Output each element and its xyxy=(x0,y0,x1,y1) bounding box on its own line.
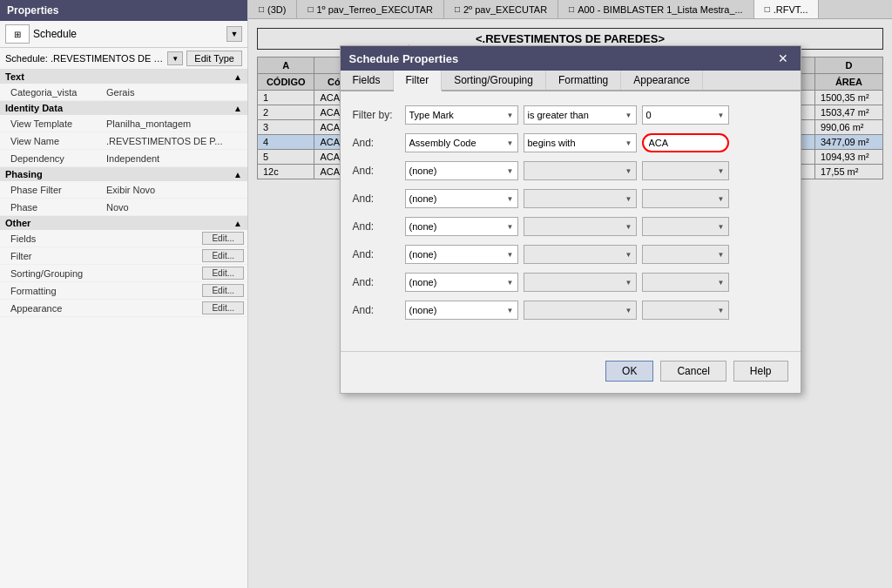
filter-field-arrow-6: ▼ xyxy=(507,251,514,259)
filter-field-select-7[interactable]: (none) ▼ xyxy=(405,273,518,292)
tab-1pav-icon: □ xyxy=(307,4,313,14)
tab-a00-icon: □ xyxy=(569,4,574,14)
edit-type-button[interactable]: Edit Type xyxy=(186,51,242,66)
type-dropdown-button[interactable]: ▼ xyxy=(226,26,242,42)
formatting-edit-row: Formatting Edit... xyxy=(0,282,247,300)
filter-by-label: Filter by: xyxy=(353,109,405,121)
dialog-tab-fields[interactable]: Fields xyxy=(341,71,394,90)
dialog-title-text: Schedule Properties xyxy=(349,52,459,65)
filter-and-label-3: And: xyxy=(353,165,405,177)
filter-and-label-2: And: xyxy=(353,137,405,149)
filter-field-arrow-3: ▼ xyxy=(507,167,514,175)
phase-filter-value: Exibir Novo xyxy=(106,185,242,195)
filter-field-select-6[interactable]: (none) ▼ xyxy=(405,245,518,264)
dialog-close-button[interactable]: ✕ xyxy=(774,51,792,65)
fields-edit-button[interactable]: Edit... xyxy=(202,232,244,245)
filter-field-value-2: Assembly Code xyxy=(409,138,503,148)
tab-1pav[interactable]: □ 1º pav_Terreo_EXECUTAR xyxy=(297,0,443,18)
filter-value-arrow-4: ▼ xyxy=(718,195,725,203)
filter-field-arrow-5: ▼ xyxy=(507,223,514,231)
filter-condition-disabled-4: ▼ xyxy=(524,189,637,208)
filter-condition-select-2[interactable]: begins with ▼ xyxy=(524,133,637,152)
appearance-label: Appearance xyxy=(3,303,99,314)
filter-value-disabled-4: ▼ xyxy=(642,189,729,208)
filter-label: Filter xyxy=(3,251,99,261)
filter-row-8: And: (none) ▼ ▼ ▼ xyxy=(353,301,788,320)
filter-condition-disabled-3: ▼ xyxy=(524,161,637,180)
view-name-row: View Name .REVESTIMENTOS DE P... xyxy=(0,132,247,150)
dialog-title-bar: Schedule Properties ✕ xyxy=(341,46,801,71)
tab-a00[interactable]: □ A00 - BIMBLASTER 1_Lista Mestra_... xyxy=(558,0,754,18)
schedule-area: <.REVESTIMENTOS DE PAREDES> A B C D xyxy=(248,19,892,588)
filter-and-label-6: And: xyxy=(353,248,405,260)
filter-field-arrow-7: ▼ xyxy=(507,279,514,287)
sorting-label: Sorting/Grouping xyxy=(3,268,99,279)
filter-condition-arrow-2: ▼ xyxy=(625,139,632,147)
view-template-row: View Template Planilha_montagem xyxy=(0,115,247,132)
filter-row-3: And: (none) ▼ ▼ ▼ xyxy=(353,161,788,180)
filter-condition-select-1[interactable]: is greater than ▼ xyxy=(524,105,637,125)
filter-edit-button[interactable]: Edit... xyxy=(202,249,244,262)
filter-row-2: And: Assembly Code ▼ begins with ▼ xyxy=(353,133,788,152)
phase-filter-label: Phase Filter xyxy=(10,185,106,195)
filter-field-select-5[interactable]: (none) ▼ xyxy=(405,217,518,236)
filter-value-disabled-7: ▼ xyxy=(642,273,729,292)
filter-condition-arrow-7: ▼ xyxy=(625,279,632,287)
filter-field-select-3[interactable]: (none) ▼ xyxy=(405,161,518,180)
filter-value-disabled-3: ▼ xyxy=(642,161,729,180)
filter-field-arrow-8: ▼ xyxy=(507,307,514,314)
dialog-tab-sorting[interactable]: Sorting/Grouping xyxy=(442,71,546,90)
help-button[interactable]: Help xyxy=(733,361,788,382)
appearance-edit-button[interactable]: Edit... xyxy=(202,301,244,314)
tab-rfv[interactable]: □ .RFVT... xyxy=(754,0,820,18)
dialog-tab-filter[interactable]: Filter xyxy=(394,71,443,91)
filter-field-arrow-4: ▼ xyxy=(507,195,514,203)
filter-value-arrow-8: ▼ xyxy=(718,307,725,314)
view-name-value: .REVESTIMENTOS DE P... xyxy=(106,136,242,146)
filter-row-1: Filter by: Type Mark ▼ is greater than ▼… xyxy=(353,105,788,125)
filter-and-label-4: And: xyxy=(353,193,405,205)
schedule-name-row: Schedule: .REVESTIMENTOS DE PAF... ▼ Edi… xyxy=(0,48,247,70)
ok-button[interactable]: OK xyxy=(605,361,653,382)
tab-3d[interactable]: □ (3D) xyxy=(248,0,297,18)
dialog-tab-formatting[interactable]: Formatting xyxy=(546,71,621,90)
filter-field-select-2[interactable]: Assembly Code ▼ xyxy=(405,133,518,152)
schedule-dropdown-button[interactable]: ▼ xyxy=(167,51,183,65)
identity-section-header[interactable]: Identity Data ▲ xyxy=(0,101,247,115)
schedule-name: Schedule: .REVESTIMENTOS DE PAF... xyxy=(5,53,167,64)
dialog-tab-appearance[interactable]: Appearance xyxy=(621,71,703,90)
filter-field-select-1[interactable]: Type Mark ▼ xyxy=(405,105,518,125)
filter-value-input-aca[interactable] xyxy=(642,133,729,152)
tab-bar: □ (3D) □ 1º pav_Terreo_EXECUTAR □ 2º pav… xyxy=(248,0,892,19)
filter-value-arrow-5: ▼ xyxy=(718,223,725,231)
dependency-label: Dependency xyxy=(10,153,106,164)
phase-label: Phase xyxy=(10,202,106,213)
formatting-edit-button[interactable]: Edit... xyxy=(202,284,244,297)
filter-field-select-8[interactable]: (none) ▼ xyxy=(405,301,518,320)
phasing-section-header[interactable]: Phasing ▲ xyxy=(0,167,247,181)
formatting-label: Formatting xyxy=(3,286,99,296)
tab-2pav[interactable]: □ 2º pav_EXECUTAR xyxy=(444,0,558,18)
phase-filter-row: Phase Filter Exibir Novo xyxy=(0,181,247,199)
text-section-header[interactable]: Text ▲ xyxy=(0,70,247,84)
filter-field-value-6: (none) xyxy=(409,249,503,260)
dialog-footer: OK Cancel Help xyxy=(341,351,801,390)
filter-field-value-8: (none) xyxy=(409,305,503,315)
phase-row: Phase Novo xyxy=(0,199,247,216)
filter-field-value-4: (none) xyxy=(409,193,503,204)
tab-3d-icon: □ xyxy=(259,4,264,14)
dialog-tabs: Fields Filter Sorting/Grouping Formattin… xyxy=(341,71,801,91)
other-section-header[interactable]: Other ▲ xyxy=(0,216,247,230)
view-template-label: View Template xyxy=(10,118,106,129)
filter-condition-arrow-5: ▼ xyxy=(625,223,632,231)
filter-field-select-4[interactable]: (none) ▼ xyxy=(405,189,518,208)
sorting-edit-button[interactable]: Edit... xyxy=(202,267,244,280)
tab-rfv-icon: □ xyxy=(765,4,770,14)
filter-value-text-1: 0 xyxy=(646,110,714,120)
filter-field-value-7: (none) xyxy=(409,277,503,287)
cancel-button[interactable]: Cancel xyxy=(660,361,726,382)
properties-title: Properties xyxy=(0,0,247,21)
categoria-vista-row: Categoria_vista Gerais xyxy=(0,84,247,101)
appearance-edit-row: Appearance Edit... xyxy=(0,300,247,317)
filter-value-select-1[interactable]: 0 ▼ xyxy=(642,105,729,125)
